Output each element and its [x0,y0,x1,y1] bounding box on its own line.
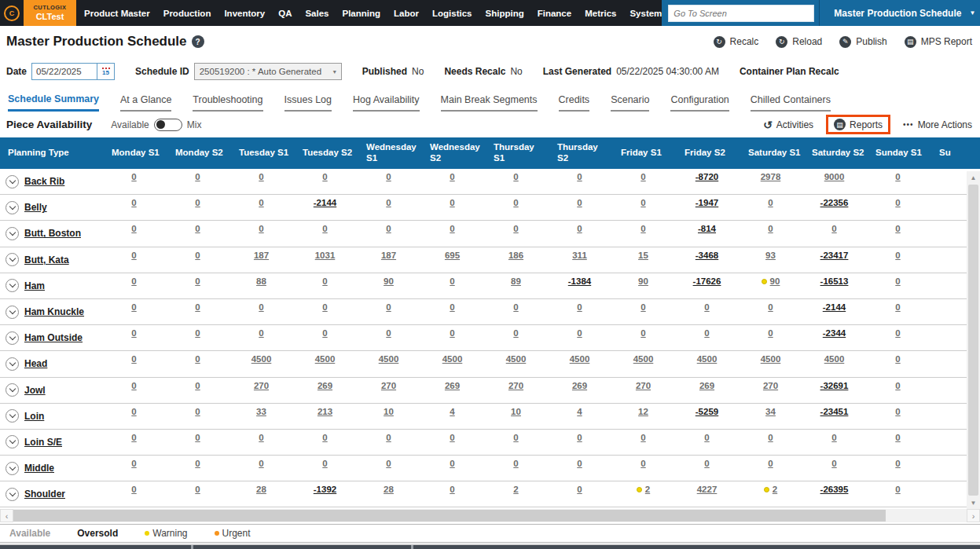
availability-value-link[interactable]: 0 [450,485,454,494]
availability-value-link[interactable]: 311 [572,251,587,260]
availability-value-link[interactable]: 0 [704,433,709,442]
availability-value-link[interactable]: -1384 [568,276,591,286]
availability-value-link[interactable]: 12 [638,407,648,416]
availability-value-link[interactable]: 270 [763,381,778,390]
availability-value-link[interactable]: 186 [508,251,523,260]
availability-value-link[interactable]: 0 [131,198,136,207]
availability-value-link[interactable]: 0 [895,251,900,260]
availability-value-link[interactable]: 0 [640,459,645,468]
tab-schedule-summary[interactable]: Schedule Summary [8,93,99,112]
reports-button[interactable]: ▤ Reports [826,115,890,134]
availability-value-link[interactable]: -26395 [820,485,849,494]
availability-value-link[interactable]: 0 [640,328,645,338]
calendar-icon[interactable]: 15 [97,63,115,80]
availability-value-link[interactable]: 0 [577,302,582,312]
expand-row-button[interactable] [6,383,19,397]
tab-credits[interactable]: Credits [559,94,590,112]
availability-value-link[interactable]: 0 [386,459,391,468]
availability-value-link[interactable]: 695 [445,251,460,260]
availability-value-link[interactable]: 213 [317,407,332,416]
availability-value-link[interactable]: 0 [895,354,900,364]
availability-value-link[interactable]: 0 [131,354,136,364]
availability-value-link[interactable]: 88 [256,276,266,286]
planning-type-link[interactable]: Shoulder [24,489,65,500]
tab-scenario[interactable]: Scenario [611,94,649,112]
menu-item-qa[interactable]: QA [278,9,292,18]
menu-item-finance[interactable]: Finance [538,9,571,18]
availability-value-link[interactable]: 0 [577,198,582,207]
availability-value-link[interactable]: -32691 [820,381,849,390]
availability-value-link[interactable]: 0 [131,251,136,260]
availability-value-link[interactable]: 0 [259,302,263,312]
availability-value-link[interactable]: -16513 [820,276,849,286]
availability-value-link[interactable]: 0 [640,198,645,207]
availability-value-link[interactable]: 0 [577,459,582,468]
planning-type-link[interactable]: Jowl [24,385,46,396]
availability-value-link[interactable]: -5259 [696,407,718,416]
availability-value-link[interactable]: 0 [322,302,327,312]
availability-value-link[interactable]: 2 [645,485,650,494]
availability-value-link[interactable]: 10 [384,407,394,416]
availability-value-link[interactable]: 0 [831,433,836,442]
availability-value-link[interactable]: 0 [895,433,900,442]
availability-value-link[interactable]: 0 [768,459,773,468]
availability-value-link[interactable]: 4500 [506,354,527,364]
availability-value-link[interactable]: 0 [450,198,454,207]
availability-value-link[interactable]: 269 [445,381,460,390]
availability-value-link[interactable]: 0 [895,328,900,338]
availability-value-link[interactable]: 0 [768,198,773,207]
availability-value-link[interactable]: 89 [511,276,521,286]
tab-chilled-containers[interactable]: Chilled Containers [751,94,831,112]
availability-value-link[interactable]: -23451 [820,407,849,416]
screen-selector-dropdown[interactable]: Master Production Schedule ▼ [824,8,980,19]
expand-row-button[interactable] [6,488,19,501]
schedule-id-select[interactable]: 250519200 : * Auto Generated ▾ [194,63,342,80]
tab-troubleshooting[interactable]: Troubleshooting [193,94,262,112]
availability-value-link[interactable]: 0 [195,459,200,468]
availability-value-link[interactable]: 0 [131,433,136,442]
availability-value-link[interactable]: 28 [256,485,266,494]
availability-value-link[interactable]: 2978 [761,172,781,181]
planning-type-link[interactable]: Butt, Kata [24,254,69,265]
availability-value-link[interactable]: 10 [511,407,521,416]
expand-row-button[interactable] [6,279,19,292]
availability-value-link[interactable]: 0 [895,302,900,312]
availability-value-link[interactable]: 0 [322,172,327,181]
reload-button[interactable]: ↻Reload [776,36,822,48]
availability-value-link[interactable]: 9000 [824,172,845,181]
help-icon[interactable]: ? [192,35,204,48]
planning-type-link[interactable]: Belly [24,202,47,213]
availability-value-link[interactable]: 269 [699,381,714,390]
availability-value-link[interactable]: 0 [704,302,709,312]
availability-value-link[interactable]: 0 [322,328,327,338]
tab-issues-log[interactable]: Issues Log [284,94,332,112]
goto-screen-input[interactable] [668,5,814,22]
availability-value-link[interactable]: 0 [577,172,582,181]
availability-value-link[interactable]: 0 [322,459,327,468]
availability-value-link[interactable]: 0 [195,172,200,181]
planning-type-link[interactable]: Loin [24,411,44,422]
availability-value-link[interactable]: 0 [131,407,136,416]
menu-item-metrics[interactable]: Metrics [585,9,616,18]
availability-value-link[interactable]: 4500 [251,354,272,364]
availability-value-link[interactable]: 0 [831,459,836,468]
availability-value-link[interactable]: 0 [195,381,200,390]
availability-value-link[interactable]: 0 [259,172,263,181]
expand-row-button[interactable] [6,201,19,214]
availability-value-link[interactable]: 269 [317,381,332,390]
menu-item-product-master[interactable]: Product Master [84,9,150,18]
available-mix-toggle[interactable] [154,119,182,131]
availability-value-link[interactable]: 90 [638,276,648,286]
tab-hog-availability[interactable]: Hog Availability [353,94,420,112]
availability-value-link[interactable]: 90 [384,276,394,286]
planning-type-link[interactable]: Middle [24,463,54,474]
expand-row-button[interactable] [6,227,19,240]
availability-value-link[interactable]: 4500 [570,354,590,364]
horizontal-scrollbar[interactable]: ‹ › [0,509,980,522]
more-actions-button[interactable]: ••• More Actions [903,119,972,130]
availability-value-link[interactable]: 0 [195,328,200,338]
availability-value-link[interactable]: 0 [640,433,645,442]
availability-value-link[interactable]: 0 [895,485,900,494]
availability-value-link[interactable]: 0 [195,198,200,207]
availability-value-link[interactable]: 0 [831,224,836,233]
